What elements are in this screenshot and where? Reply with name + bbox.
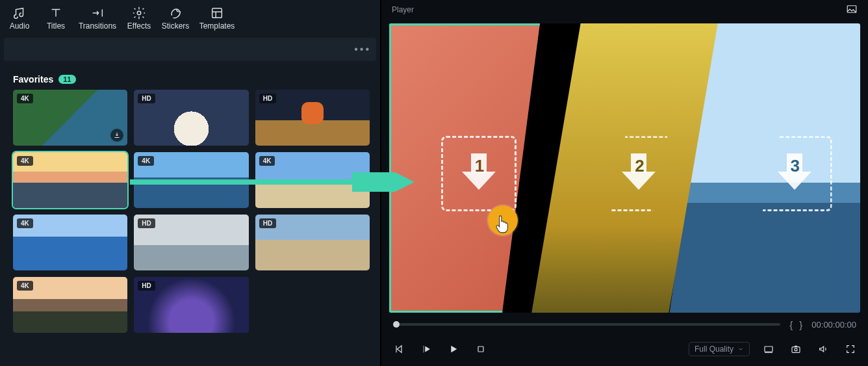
resolution-badge: HD [138, 94, 155, 103]
tab-stickers[interactable]: Stickers [157, 3, 194, 34]
quality-label: Full Quality [695, 345, 734, 354]
resolution-badge: HD [259, 218, 276, 228]
media-thumbnail[interactable]: HD [255, 215, 370, 270]
player-controls: Full Quality [381, 336, 868, 366]
down-arrow-icon: 3 [778, 153, 811, 194]
play-in-button[interactable] [418, 341, 435, 358]
media-thumbnail[interactable]: 4K [134, 152, 248, 208]
media-thumbnail[interactable]: 4K [255, 152, 370, 208]
volume-button[interactable] [815, 341, 832, 358]
tab-label: Effects [127, 21, 151, 31]
svg-rect-5 [792, 347, 800, 353]
tab-templates[interactable]: Templates [194, 3, 240, 34]
media-thumbnail[interactable]: HD [134, 215, 248, 270]
media-panel: Audio Titles Transitions Effects Sticker… [0, 0, 381, 366]
mark-in-button[interactable]: { [789, 319, 793, 330]
resolution-badge: 4K [17, 281, 33, 291]
quality-dropdown[interactable]: Full Quality [689, 342, 750, 356]
transitions-icon [90, 6, 105, 20]
display-aspect-button[interactable] [760, 341, 777, 358]
timeline-row: { } 00:00:00:00 [381, 313, 868, 336]
media-thumbnail[interactable]: HD [134, 90, 248, 146]
tab-label: Titles [47, 21, 65, 31]
prev-frame-button[interactable] [390, 341, 407, 358]
tab-label: Templates [199, 21, 235, 31]
snapshot-button[interactable] [787, 341, 804, 358]
stop-button[interactable] [472, 341, 489, 358]
favorites-heading: Favorites 11 [13, 74, 380, 85]
favorites-title: Favorites [13, 74, 53, 85]
media-thumbnail[interactable]: 4K [13, 215, 127, 270]
down-arrow-icon: 1 [462, 153, 496, 194]
resolution-badge: 4K [17, 156, 33, 166]
player-header: Player [381, 0, 868, 20]
preview-canvas[interactable]: 1 2 3 [389, 23, 860, 313]
snapshot-toggle-button[interactable] [846, 3, 858, 17]
resolution-badge: HD [259, 94, 276, 103]
asset-toolbar: Audio Titles Transitions Effects Sticker… [0, 0, 380, 35]
media-grid: 4KHDHD4K4K4K4KHDHD4KHD [0, 90, 380, 343]
resolution-badge: 4K [138, 156, 154, 166]
timeline-scrubber[interactable] [393, 323, 780, 326]
svg-point-0 [137, 11, 141, 15]
svg-rect-4 [765, 346, 772, 352]
media-thumbnail[interactable]: HD [255, 90, 370, 146]
effects-icon [132, 6, 146, 20]
media-thumbnail[interactable]: HD [134, 277, 248, 333]
mark-out-button[interactable]: } [799, 319, 802, 330]
stickers-icon [168, 6, 183, 20]
drop-target-1[interactable]: 1 [441, 136, 517, 211]
tab-label: Audio [10, 21, 30, 31]
svg-rect-1 [212, 8, 222, 18]
tab-label: Transitions [79, 21, 116, 31]
snapshot-icon [846, 3, 858, 15]
player-title: Player [392, 5, 414, 14]
template-preview: 1 2 3 [389, 23, 860, 313]
timecode: 00:00:00:00 [811, 320, 856, 330]
chevron-down-icon [737, 346, 744, 352]
resolution-badge: 4K [17, 94, 33, 103]
resolution-badge: HD [138, 281, 155, 291]
tab-titles[interactable]: Titles [38, 3, 74, 34]
tab-transitions[interactable]: Transitions [74, 3, 121, 34]
play-button[interactable] [445, 341, 462, 358]
player-panel: Player 1 2 [381, 0, 868, 366]
favorites-count-badge: 11 [58, 75, 75, 84]
audio-icon [12, 6, 27, 20]
resolution-badge: HD [138, 218, 155, 228]
titles-icon [49, 6, 63, 20]
media-thumbnail[interactable]: 4K [13, 152, 127, 208]
tab-effects[interactable]: Effects [121, 3, 157, 34]
more-options-button[interactable]: ••• [354, 44, 371, 55]
slot-number: 2 [635, 156, 644, 176]
fullscreen-button[interactable] [842, 341, 859, 358]
tab-audio[interactable]: Audio [1, 3, 38, 34]
resolution-badge: 4K [17, 218, 33, 228]
templates-icon [210, 6, 224, 20]
media-thumbnail[interactable]: 4K [13, 90, 127, 146]
down-arrow-icon: 2 [622, 153, 656, 194]
download-icon [113, 131, 121, 139]
slot-number: 1 [475, 156, 484, 176]
tab-label: Stickers [162, 21, 190, 31]
media-thumbnail[interactable]: 4K [13, 277, 127, 333]
svg-rect-3 [478, 346, 483, 352]
svg-point-6 [795, 348, 797, 351]
resolution-badge: 4K [259, 156, 275, 166]
mark-braces: { } [789, 319, 802, 330]
pointer-cursor-icon [494, 215, 511, 236]
media-sub-bar: ••• [4, 38, 376, 61]
slot-number: 3 [791, 156, 800, 176]
